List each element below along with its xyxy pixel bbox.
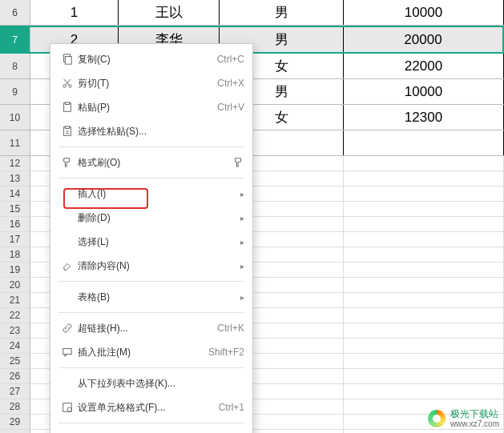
copy-icon xyxy=(58,54,76,65)
row-header[interactable]: 15 xyxy=(0,202,30,216)
row-header[interactable]: 25 xyxy=(0,354,30,368)
cell[interactable] xyxy=(344,354,504,368)
menu-separator xyxy=(58,281,244,282)
cell[interactable] xyxy=(344,430,504,433)
menu-copy[interactable]: 复制(C) Ctrl+C xyxy=(50,47,252,71)
cell[interactable] xyxy=(344,278,504,292)
cell[interactable] xyxy=(344,369,504,383)
chevron-right-icon: ▸ xyxy=(236,262,244,271)
menu-label: 粘贴(P) xyxy=(76,101,217,114)
cell[interactable] xyxy=(344,186,504,201)
menu-paste[interactable]: 粘贴(P) Ctrl+V xyxy=(50,95,252,119)
clipboard-special-icon xyxy=(58,126,76,137)
menu-table[interactable]: 表格(B) ▸ xyxy=(50,285,252,309)
cell[interactable] xyxy=(344,384,504,399)
row-header[interactable]: 11 xyxy=(0,130,30,155)
row-header[interactable]: 26 xyxy=(0,369,30,383)
menu-clear[interactable]: 清除内容(N) ▸ xyxy=(50,254,252,278)
watermark-url: www.xz7.com xyxy=(450,419,499,428)
cell[interactable] xyxy=(344,263,504,277)
row-header[interactable]: 14 xyxy=(0,186,30,201)
menu-label: 超链接(H)... xyxy=(76,322,217,335)
menu-hyperlink[interactable]: 超链接(H)... Ctrl+K xyxy=(50,316,252,340)
menu-format-painter[interactable]: 格式刷(O) xyxy=(50,150,252,174)
eraser-icon xyxy=(58,260,76,271)
cell[interactable]: 男 xyxy=(220,0,344,25)
row-header[interactable]: 28 xyxy=(0,399,30,414)
menu-cut[interactable]: 剪切(T) Ctrl+X xyxy=(50,71,252,95)
menu-label: 格式刷(O) xyxy=(76,156,233,170)
row-header[interactable]: 17 xyxy=(0,232,30,247)
cell[interactable] xyxy=(344,130,504,155)
row-header[interactable]: 10 xyxy=(0,105,30,130)
row-header[interactable]: 20 xyxy=(0,278,30,292)
cell[interactable]: 王以 xyxy=(119,0,220,25)
cell[interactable] xyxy=(344,217,504,231)
row-header[interactable]: 12 xyxy=(0,156,30,170)
cell[interactable] xyxy=(344,202,504,216)
menu-label: 从下拉列表中选择(K)... xyxy=(76,377,244,391)
row-header[interactable]: 13 xyxy=(0,171,30,186)
cell[interactable]: 12300 xyxy=(344,105,504,130)
cell[interactable] xyxy=(344,293,504,307)
menu-shortcut: Ctrl+X xyxy=(217,78,244,89)
menu-beautify[interactable]: 表格整理美化 xyxy=(50,427,252,433)
menu-label: 表格(B) xyxy=(76,291,236,304)
row-header[interactable]: 7 xyxy=(0,27,30,52)
chevron-right-icon: ▸ xyxy=(236,238,244,247)
menu-shortcut: Ctrl+1 xyxy=(219,402,244,413)
watermark-logo-icon xyxy=(428,410,446,427)
cell[interactable] xyxy=(344,339,504,353)
row-header[interactable]: 21 xyxy=(0,293,30,307)
menu-separator xyxy=(58,312,244,313)
cell[interactable]: 10000 xyxy=(344,79,504,104)
watermark: 极光下载站 www.xz7.com xyxy=(428,409,499,428)
row-header[interactable]: 22 xyxy=(0,308,30,323)
row-header[interactable]: 18 xyxy=(0,247,30,262)
menu-format-cells[interactable]: 设置单元格格式(F)... Ctrl+1 xyxy=(50,395,252,419)
row-header[interactable]: 27 xyxy=(0,384,30,399)
cell[interactable] xyxy=(344,308,504,323)
row-header[interactable]: 19 xyxy=(0,263,30,277)
menu-label: 插入(I) xyxy=(76,187,236,201)
menu-label: 复制(C) xyxy=(76,53,217,66)
menu-delete[interactable]: 删除(D) ▸ xyxy=(50,206,252,230)
menu-shortcut: Ctrl+V xyxy=(217,102,244,113)
cell[interactable] xyxy=(344,247,504,262)
menu-dropdown-select[interactable]: 从下拉列表中选择(K)... xyxy=(50,371,252,395)
row-header[interactable]: 29 xyxy=(0,415,30,429)
svg-point-10 xyxy=(67,407,71,411)
row-header[interactable]: 8 xyxy=(0,54,30,78)
menu-paste-special[interactable]: 选择性粘贴(S)... xyxy=(50,119,252,143)
row-header[interactable]: 16 xyxy=(0,217,30,231)
context-menu: 复制(C) Ctrl+C 剪切(T) Ctrl+X 粘贴(P) Ctrl+V 选… xyxy=(50,43,253,433)
row-header[interactable]: 23 xyxy=(0,323,30,338)
menu-separator xyxy=(58,178,244,178)
menu-shortcut: Ctrl+C xyxy=(217,54,244,65)
cell[interactable]: 10000 xyxy=(344,0,504,25)
menu-select[interactable]: 选择(L) ▸ xyxy=(50,230,252,254)
cell[interactable] xyxy=(344,156,504,170)
cell[interactable] xyxy=(344,323,504,338)
cell[interactable]: 22000 xyxy=(344,54,504,78)
svg-rect-7 xyxy=(65,126,69,129)
row-header[interactable]: 24 xyxy=(0,339,30,353)
menu-label: 清除内容(N) xyxy=(76,259,236,273)
svg-rect-1 xyxy=(65,57,71,65)
menu-insert[interactable]: 插入(I) ▸ xyxy=(50,182,252,206)
cell[interactable] xyxy=(344,171,504,186)
svg-rect-5 xyxy=(65,102,69,105)
cell[interactable] xyxy=(344,232,504,247)
cell[interactable]: 20000 xyxy=(344,27,504,52)
menu-comment[interactable]: 插入批注(M) Shift+F2 xyxy=(50,340,252,364)
row-header[interactable]: 6 xyxy=(0,0,30,25)
row-header[interactable]: 9 xyxy=(0,79,30,104)
row-header[interactable]: 30 xyxy=(0,430,30,433)
scissors-icon xyxy=(58,78,76,89)
watermark-title: 极光下载站 xyxy=(450,409,499,419)
menu-label: 选择(L) xyxy=(76,235,236,249)
cell[interactable]: 1 xyxy=(30,0,119,25)
chevron-right-icon: ▸ xyxy=(236,190,244,198)
link-icon xyxy=(58,323,76,334)
format-cells-icon xyxy=(58,402,76,413)
